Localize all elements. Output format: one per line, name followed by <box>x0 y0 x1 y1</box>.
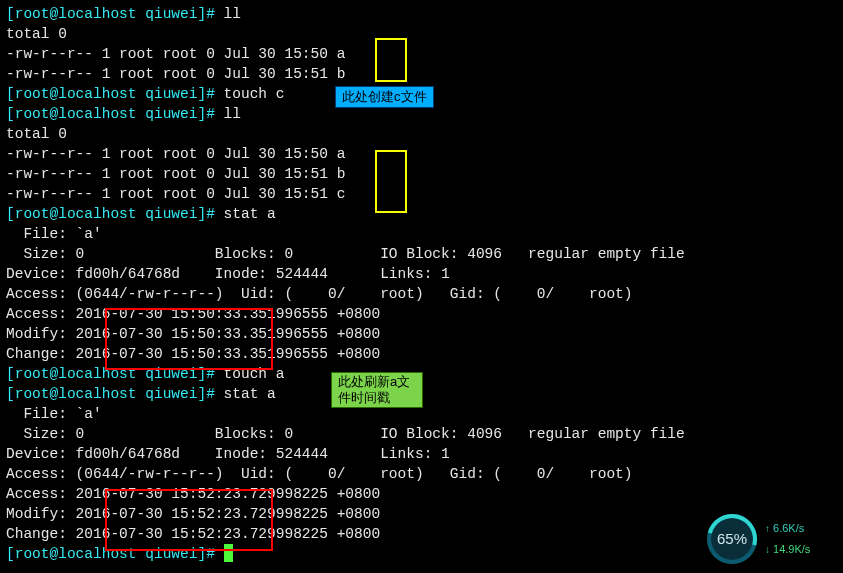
terminal-line: -rw-r--r-- 1 root root 0 Jul 30 15:51 c <box>6 184 837 204</box>
terminal-line: total 0 <box>6 24 837 44</box>
terminal-line: Device: fd00h/64768d Inode: 524444 Links… <box>6 444 837 464</box>
arrow-down-icon: ↓ <box>765 544 770 555</box>
annotation-refresh-a-text: 此处刷新a文件时间戳 <box>338 374 410 405</box>
network-stats: ↑ 6.6K/s ↓ 14.9K/s <box>765 518 810 560</box>
annotation-create-c-text: 此处创建c文件 <box>342 89 427 104</box>
network-widget: 65% ↑ 6.6K/s ↓ 14.9K/s <box>707 511 837 567</box>
terminal-line: -rw-r--r-- 1 root root 0 Jul 30 15:51 b <box>6 164 837 184</box>
terminal-line: Size: 0 Blocks: 0 IO Block: 4096 regular… <box>6 424 837 444</box>
arrow-up-icon: ↑ <box>765 523 770 534</box>
terminal-line: [root@localhost qiuwei]# ll <box>6 4 837 24</box>
terminal-line: Device: fd00h/64768d Inode: 524444 Links… <box>6 264 837 284</box>
network-ring: 65% <box>707 514 757 564</box>
terminal-line: -rw-r--r-- 1 root root 0 Jul 30 15:50 a <box>6 144 837 164</box>
terminal-line: File: `a' <box>6 224 837 244</box>
terminal-line: -rw-r--r-- 1 root root 0 Jul 30 15:51 b <box>6 64 837 84</box>
terminal-line: Change: 2016-07-30 15:50:33.351996555 +0… <box>6 344 837 364</box>
annotation-create-c: 此处创建c文件 <box>335 86 434 108</box>
terminal-line: Access: 2016-07-30 15:52:23.729998225 +0… <box>6 484 837 504</box>
network-upload: ↑ 6.6K/s <box>765 518 810 539</box>
network-percent: 65% <box>717 529 747 549</box>
terminal-line: Access: 2016-07-30 15:50:33.351996555 +0… <box>6 304 837 324</box>
terminal-line: total 0 <box>6 124 837 144</box>
terminal-line: Access: (0644/-rw-r--r--) Uid: ( 0/ root… <box>6 284 837 304</box>
network-upload-value: 6.6K/s <box>773 522 804 534</box>
annotation-refresh-a: 此处刷新a文件时间戳 <box>331 372 423 408</box>
terminal-line: Access: (0644/-rw-r--r--) Uid: ( 0/ root… <box>6 464 837 484</box>
terminal-line: Modify: 2016-07-30 15:50:33.351996555 +0… <box>6 324 837 344</box>
terminal-line: Size: 0 Blocks: 0 IO Block: 4096 regular… <box>6 244 837 264</box>
terminal-line: -rw-r--r-- 1 root root 0 Jul 30 15:50 a <box>6 44 837 64</box>
network-download-value: 14.9K/s <box>773 543 810 555</box>
network-download: ↓ 14.9K/s <box>765 539 810 560</box>
terminal-line: [root@localhost qiuwei]# stat a <box>6 204 837 224</box>
terminal-cursor[interactable] <box>224 544 233 562</box>
